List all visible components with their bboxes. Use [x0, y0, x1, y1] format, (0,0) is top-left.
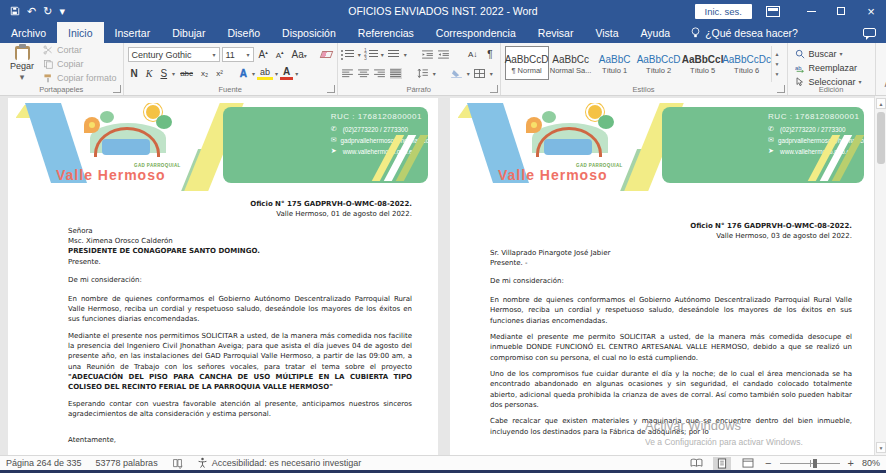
document-canvas[interactable]: Valle Hermoso GAD PARROQUIAL RUC : 17681…: [0, 96, 886, 455]
font-color-caret[interactable]: ▾: [295, 70, 298, 77]
highlight-caret[interactable]: ▾: [275, 70, 278, 77]
web-layout-view-button[interactable]: [739, 457, 757, 470]
print-layout-view-button[interactable]: [713, 457, 731, 470]
paragraph-dialog-launcher[interactable]: [490, 85, 498, 93]
tab-archivo[interactable]: Archivo: [0, 22, 57, 43]
styles-scroll-up-icon[interactable]: ▲: [772, 49, 783, 59]
clipboard-icon: [15, 46, 30, 60]
multilevel-list-icon[interactable]: [388, 49, 400, 60]
zoom-in-button[interactable]: +: [848, 458, 854, 469]
clear-formatting-icon[interactable]: [321, 49, 333, 60]
zoom-slider-thumb[interactable]: [813, 459, 817, 468]
save-icon[interactable]: [10, 6, 20, 16]
change-case-button[interactable]: Aa▾: [289, 49, 310, 60]
undo-icon[interactable]: ↶: [27, 6, 36, 17]
scroll-down-icon[interactable]: ▼: [876, 442, 886, 453]
redo-icon[interactable]: ↻: [43, 6, 52, 17]
align-center-icon[interactable]: [358, 68, 370, 79]
increase-indent-icon[interactable]: [438, 49, 450, 60]
read-mode-view-button[interactable]: [687, 457, 705, 470]
decrease-indent-icon[interactable]: [422, 49, 434, 60]
tab-vista[interactable]: Vista: [584, 22, 629, 43]
phone-icon: ✆: [768, 125, 776, 133]
clipboard-dialog-launcher[interactable]: [113, 85, 121, 93]
style-titulo2[interactable]: AaBbCcD Título 2: [637, 46, 681, 80]
line-spacing-icon[interactable]: [417, 68, 429, 79]
shrink-font-button[interactable]: A▴: [273, 49, 287, 60]
underline-caret[interactable]: ▾: [172, 70, 175, 77]
bullets-icon[interactable]: [342, 49, 354, 60]
zoom-level[interactable]: 80%: [862, 458, 880, 468]
font-size-combobox[interactable]: 11▾: [222, 47, 254, 62]
justify-icon[interactable]: [390, 68, 402, 79]
zoom-out-button[interactable]: −: [765, 458, 771, 469]
ribbon-display-options-icon[interactable]: [766, 6, 780, 17]
style-normal[interactable]: AaBbCcD ¶ Normal: [505, 46, 549, 80]
tab-diseno[interactable]: Diseño: [216, 22, 271, 43]
highlight-color-button[interactable]: ab: [257, 68, 273, 80]
tab-ayuda[interactable]: Ayuda: [630, 22, 682, 43]
collapse-ribbon-icon[interactable]: ∧: [876, 43, 886, 95]
close-button[interactable]: ×: [856, 0, 886, 22]
document-page-2[interactable]: Valle Hermoso GAD PARROQUIAL RUC : 17681…: [450, 98, 874, 455]
shading-icon[interactable]: [451, 68, 463, 79]
font-color-button[interactable]: A: [280, 67, 293, 80]
group-clipboard: Pegar▾ Cortar Copiar Copiar formato Port…: [0, 43, 124, 95]
letter-body-1[interactable]: Oficio N° 175 GADPRVH-O-WMC-08-2022. Val…: [8, 191, 438, 446]
align-right-icon[interactable]: [374, 68, 386, 79]
text-effects-caret[interactable]: ▾: [252, 70, 255, 77]
format-painter-button[interactable]: Copiar formato: [40, 72, 119, 85]
font-family-combobox[interactable]: Century Gothic▾: [128, 47, 220, 62]
restore-button[interactable]: [826, 0, 856, 22]
sort-icon[interactable]: A↓: [465, 50, 480, 59]
underline-button[interactable]: S: [157, 68, 170, 79]
zoom-slider[interactable]: [780, 463, 840, 464]
scrollbar-thumb[interactable]: [877, 112, 885, 164]
paste-button[interactable]: Pegar▾: [4, 46, 40, 82]
styles-more-icon[interactable]: ▼: [772, 69, 783, 79]
proofing-status-icon[interactable]: [172, 458, 183, 469]
customize-qat-icon[interactable]: ▾: [59, 6, 65, 17]
style-titulo5[interactable]: AaBbCcI Título 5: [681, 46, 725, 80]
vertical-scrollbar[interactable]: ▲ ▼: [874, 96, 886, 455]
tab-insertar[interactable]: Insertar: [104, 22, 162, 43]
superscript-button[interactable]: x²: [213, 69, 226, 78]
tab-disposicion[interactable]: Disposición: [271, 22, 347, 43]
style-normal-sa[interactable]: AaBbCc Normal Sa...: [549, 46, 593, 80]
tab-referencias[interactable]: Referencias: [347, 22, 425, 43]
cut-button[interactable]: Cortar: [40, 44, 119, 57]
copy-button[interactable]: Copiar: [40, 58, 119, 71]
brand-name: Valle Hermoso: [498, 167, 608, 183]
tab-inicio[interactable]: Inicio: [57, 22, 104, 43]
styles-dialog-launcher[interactable]: [777, 85, 785, 93]
sign-in-button[interactable]: Inic. ses.: [695, 4, 753, 19]
strikethrough-button[interactable]: abc: [177, 69, 196, 78]
accessibility-status[interactable]: Accesibilidad: es necesario investigar: [197, 457, 362, 470]
styles-scroll-down-icon[interactable]: ▼: [772, 59, 783, 69]
tab-revisar[interactable]: Revisar: [527, 22, 585, 43]
tab-correspondencia[interactable]: Correspondencia: [425, 22, 527, 43]
scroll-up-icon[interactable]: ▲: [876, 98, 886, 109]
style-titulo1[interactable]: AaBbC Título 1: [593, 46, 637, 80]
align-left-icon[interactable]: [342, 68, 354, 79]
borders-icon[interactable]: [474, 68, 486, 79]
italic-button[interactable]: K: [143, 68, 156, 79]
grow-font-button[interactable]: A▴: [256, 49, 271, 60]
comments-icon[interactable]: [863, 28, 876, 37]
numbering-icon[interactable]: 123: [365, 49, 377, 60]
letter-body-2[interactable]: Oficio N° 176 GADPRVH-O-WMC-08-2022. Val…: [450, 191, 874, 437]
minimize-button[interactable]: [796, 0, 826, 22]
document-page-1[interactable]: Valle Hermoso GAD PARROQUIAL RUC : 17681…: [8, 98, 438, 455]
style-titulo6[interactable]: AaBbCcDc Título 6: [725, 46, 769, 80]
subscript-button[interactable]: x₂: [198, 69, 211, 78]
page-indicator[interactable]: Página 264 de 335: [6, 458, 82, 468]
word-count[interactable]: 53778 palabras: [96, 458, 158, 468]
tab-dibujar[interactable]: Dibujar: [161, 22, 216, 43]
tell-me-box[interactable]: ¿Qué desea hacer?: [681, 22, 808, 43]
text-effects-button[interactable]: A: [237, 68, 250, 79]
font-dialog-launcher[interactable]: [327, 85, 335, 93]
replace-button[interactable]: ab Reemplazar: [792, 61, 871, 74]
find-button[interactable]: Buscar▾: [792, 47, 871, 60]
bold-button[interactable]: N: [128, 68, 141, 79]
show-marks-icon[interactable]: ¶: [484, 49, 495, 60]
